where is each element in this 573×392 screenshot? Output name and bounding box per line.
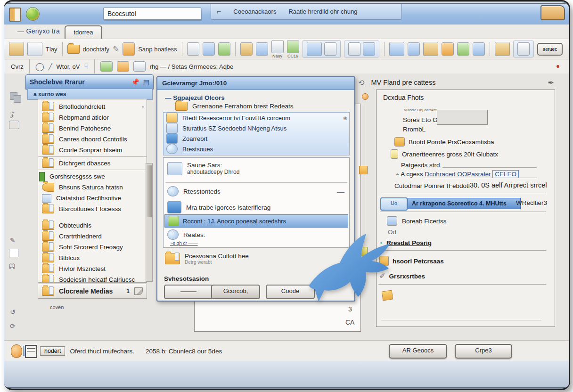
od-checkbox[interactable]: Od bbox=[388, 229, 396, 236]
collapse-dash-icon[interactable]: — bbox=[337, 188, 344, 196]
cc19-icon[interactable] bbox=[287, 40, 299, 53]
snap-label[interactable]: Sanp hoatless bbox=[138, 46, 177, 53]
panel-icon[interactable] bbox=[133, 61, 146, 72]
tree-item[interactable]: Gorshsresgsss swe bbox=[38, 171, 147, 182]
move-item[interactable]: Mra trabe igorces Isaterlfierag bbox=[167, 201, 270, 213]
sidebar-header[interactable]: Shoclebve Rrarur 📌 ▤ bbox=[25, 74, 154, 90]
tree-item[interactable]: Benind Patohesne bbox=[38, 123, 147, 134]
tree-item[interactable]: Rebpmand aticlor bbox=[38, 112, 147, 123]
edit-pen-icon[interactable]: ✒ bbox=[548, 78, 554, 87]
reader-link[interactable]: ~s gh cr —— bbox=[170, 241, 198, 246]
wtor-tools[interactable]: Wtor, oV bbox=[57, 63, 80, 70]
strip-square-icon[interactable] bbox=[14, 95, 21, 103]
tree-item[interactable]: Ciatatstud Recfihsotive bbox=[38, 193, 147, 204]
shape-circle-icon[interactable]: ◯ bbox=[35, 62, 44, 72]
app-logo-icon[interactable] bbox=[26, 7, 40, 21]
close-button[interactable]: Coode bbox=[266, 285, 315, 299]
strip-sync-icon[interactable]: ⟳ bbox=[10, 322, 16, 330]
save-item[interactable]: Saune Sars: ahdoutadcepy Dhrod bbox=[167, 162, 239, 175]
profile-row[interactable]: Bootd Porofe PrsCeoxamtisba bbox=[394, 137, 494, 147]
tlay-label[interactable]: Tlay bbox=[46, 46, 57, 53]
app-window-icon[interactable] bbox=[9, 8, 21, 22]
tree-item[interactable]: Sodeicsin heicatf Calrjucsc bbox=[38, 274, 147, 283]
search-fields-row[interactable]: Boreab Ficertss bbox=[387, 216, 447, 226]
table-icon[interactable] bbox=[100, 61, 113, 72]
tree-item[interactable]: Crartrthiednerd bbox=[38, 231, 147, 242]
reports-button[interactable]: AR Geoocs bbox=[389, 344, 447, 359]
panel-preview-icon[interactable] bbox=[324, 42, 336, 56]
ruler-icon[interactable] bbox=[187, 42, 199, 56]
snap-hand-icon[interactable] bbox=[123, 42, 135, 56]
group-row[interactable]: Brestsoues bbox=[164, 144, 349, 154]
panel-toggle-icon[interactable]: ▤ bbox=[143, 78, 149, 86]
group-row[interactable]: Rtedt Resescerror tvi FouvHtA corceom◉ bbox=[164, 113, 349, 123]
tree-item[interactable]: Canres dhoord Ccntotlis bbox=[38, 134, 147, 145]
tree-item[interactable]: Btsrcotluoes Ffocesss bbox=[38, 204, 147, 214]
grs-row[interactable]: ✐ Grsrxsrtbes bbox=[379, 272, 425, 280]
refresh-icon[interactable]: ⟲ bbox=[358, 78, 364, 87]
titlebar-center-left[interactable]: Coeoanackaors bbox=[233, 8, 276, 15]
paint-icon[interactable] bbox=[256, 42, 268, 56]
tree-item[interactable]: Soht Stcorerd Freoagy bbox=[38, 242, 147, 253]
params-row[interactable]: Oranertteenres gross 20It Glubatx bbox=[391, 149, 498, 159]
uo-button[interactable]: Uo bbox=[380, 197, 408, 211]
strip-z-icon[interactable]: 𝒵 bbox=[10, 110, 15, 118]
report-row[interactable]: hsoorl Petcrsaas bbox=[379, 256, 444, 266]
blank-button[interactable] bbox=[164, 285, 213, 299]
shape-line-icon[interactable]: ╱ bbox=[49, 63, 52, 70]
hodert-button[interactable]: hodert bbox=[40, 346, 65, 356]
grid-icon[interactable] bbox=[25, 345, 37, 358]
sidebar-subheader[interactable]: a xurno wes bbox=[27, 89, 153, 100]
documents-folder-icon[interactable] bbox=[67, 45, 80, 54]
reader-item[interactable]: Reates: bbox=[167, 229, 205, 240]
list-view-icon[interactable] bbox=[27, 42, 42, 56]
panes-icon[interactable] bbox=[389, 42, 404, 56]
sidebar-footer-item[interactable]: Clocreale Medias 1 bbox=[38, 284, 147, 299]
access-link[interactable]: Dcohraced OOPasraler bbox=[425, 171, 491, 178]
pointer-icon[interactable]: ☟ bbox=[84, 62, 88, 71]
layout-preview-icon[interactable] bbox=[307, 42, 322, 56]
tab-tdorrea[interactable]: tdorrea bbox=[65, 25, 102, 39]
strip-pen-icon[interactable]: ✎ bbox=[10, 237, 16, 244]
plant-icon[interactable] bbox=[457, 42, 469, 56]
menu-link[interactable]: — Genyxo tra bbox=[17, 27, 60, 35]
tree-item[interactable]: Dtchrgert dbasces bbox=[38, 158, 147, 169]
pencil-doc-icon[interactable] bbox=[382, 290, 393, 301]
titlebar-center-right[interactable]: Raatie hrerdlid ohr chung bbox=[288, 8, 357, 15]
window-icon[interactable] bbox=[348, 42, 360, 56]
tree-item[interactable]: Btblcux bbox=[38, 253, 147, 263]
strip-doc-icon[interactable] bbox=[9, 249, 18, 257]
aeruec-button[interactable]: aeruec bbox=[537, 43, 563, 56]
fridge-icon[interactable] bbox=[218, 42, 230, 56]
documents-label[interactable]: doochtafy bbox=[83, 46, 109, 53]
machine-icon[interactable] bbox=[423, 42, 438, 56]
selected-item[interactable]: Rocont : 1J. Anoco pooesal soredshrs bbox=[164, 214, 348, 228]
profile-input[interactable] bbox=[437, 110, 488, 125]
corner-button[interactable] bbox=[540, 5, 565, 20]
preset-row[interactable]: ◔ Rresdat Posrig bbox=[378, 239, 432, 247]
pin-icon[interactable]: 📌 bbox=[131, 78, 139, 86]
form-icon[interactable] bbox=[495, 42, 510, 56]
dialog-titlebar[interactable]: Gcievramgr Jmo:/010 bbox=[157, 77, 354, 90]
group-row[interactable]: Sturatius SZ Soedoebd NNgeng Atsus bbox=[164, 123, 349, 133]
signature-icon[interactable]: ✎ bbox=[113, 44, 119, 54]
access-box[interactable]: CELEO bbox=[492, 170, 519, 178]
new-item-icon[interactable] bbox=[9, 42, 24, 56]
nauy-icon[interactable] bbox=[271, 40, 284, 53]
strip-refresh-icon[interactable]: ↺ bbox=[10, 308, 16, 316]
tree-item[interactable]: Brtoflodohdrclett▪ bbox=[38, 101, 147, 112]
stamp-icon[interactable] bbox=[240, 42, 253, 56]
tree-item[interactable]: Bhsuns Saturca htatsn bbox=[38, 182, 147, 193]
status-orange-icon[interactable] bbox=[11, 344, 22, 358]
statue-icon[interactable] bbox=[363, 42, 375, 56]
cvrz-menu[interactable]: Cvrz bbox=[11, 63, 24, 70]
bucket-icon[interactable] bbox=[442, 42, 454, 56]
tree-item[interactable]: Hivlor Msznctest bbox=[38, 263, 147, 274]
dialog-top-item[interactable]: Grrenaone Ferrahom brest Redeats bbox=[175, 102, 294, 111]
restore-item[interactable]: Rtesstonteds bbox=[167, 186, 221, 196]
series-settings-text[interactable]: rhg — / Setas Grrmeees: Aqbe bbox=[150, 63, 234, 70]
strip-contacts-icon[interactable] bbox=[9, 121, 19, 129]
scrollbar-thumb[interactable] bbox=[147, 165, 152, 217]
notes-icon[interactable] bbox=[517, 42, 530, 56]
page-curl-icon[interactable] bbox=[134, 287, 143, 295]
